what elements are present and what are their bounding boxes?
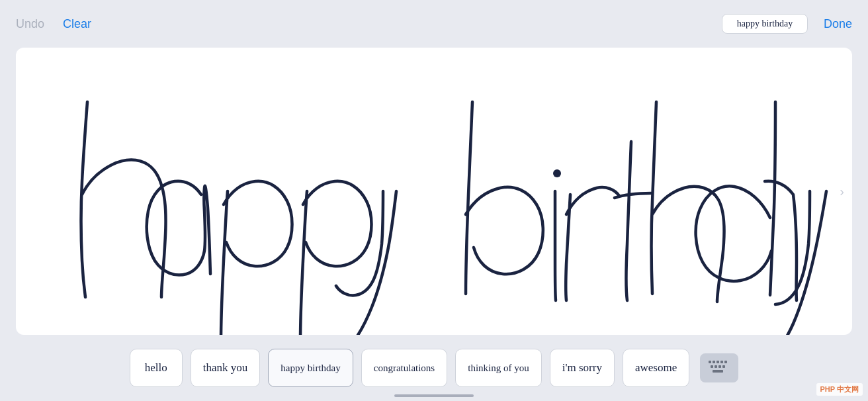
svg-rect-3 bbox=[716, 361, 719, 363]
clear-button[interactable]: Clear bbox=[63, 17, 91, 31]
svg-point-0 bbox=[553, 169, 561, 177]
suggestion-im-sorry[interactable]: i'm sorry bbox=[550, 349, 615, 387]
handwriting-canvas[interactable]: › bbox=[16, 48, 852, 335]
suggestions-bar: hello thank you happy birthday congratul… bbox=[0, 335, 868, 401]
svg-rect-5 bbox=[724, 361, 727, 363]
svg-rect-6 bbox=[711, 365, 713, 368]
preview-box: happy birthday bbox=[722, 14, 808, 34]
done-button[interactable]: Done bbox=[824, 17, 852, 31]
toolbar-left: Undo Clear bbox=[16, 17, 91, 31]
svg-rect-7 bbox=[715, 365, 717, 368]
suggestion-congratulations[interactable]: congratulations bbox=[361, 349, 447, 387]
suggestion-awesome[interactable]: awesome bbox=[623, 349, 689, 387]
suggestion-hello[interactable]: hello bbox=[130, 349, 183, 387]
svg-rect-4 bbox=[720, 361, 723, 363]
suggestion-happy-birthday[interactable]: happy birthday bbox=[268, 349, 353, 387]
toolbar: Undo Clear happy birthday Done bbox=[0, 0, 868, 48]
toolbar-center: happy birthday Done bbox=[722, 14, 852, 34]
svg-rect-8 bbox=[718, 365, 721, 368]
suggestion-thank-you[interactable]: thank you bbox=[191, 349, 261, 387]
svg-rect-2 bbox=[713, 361, 715, 363]
keyboard-icon bbox=[709, 361, 730, 375]
svg-rect-1 bbox=[709, 361, 711, 363]
svg-rect-9 bbox=[722, 365, 725, 368]
handwriting-svg bbox=[16, 48, 852, 335]
keyboard-button[interactable] bbox=[700, 353, 738, 382]
svg-rect-10 bbox=[713, 370, 723, 373]
watermark: PHP 中文网 bbox=[816, 383, 863, 396]
suggestion-thinking-of-you[interactable]: thinking of you bbox=[455, 349, 542, 387]
home-indicator bbox=[394, 394, 474, 397]
undo-button[interactable]: Undo bbox=[16, 17, 44, 31]
